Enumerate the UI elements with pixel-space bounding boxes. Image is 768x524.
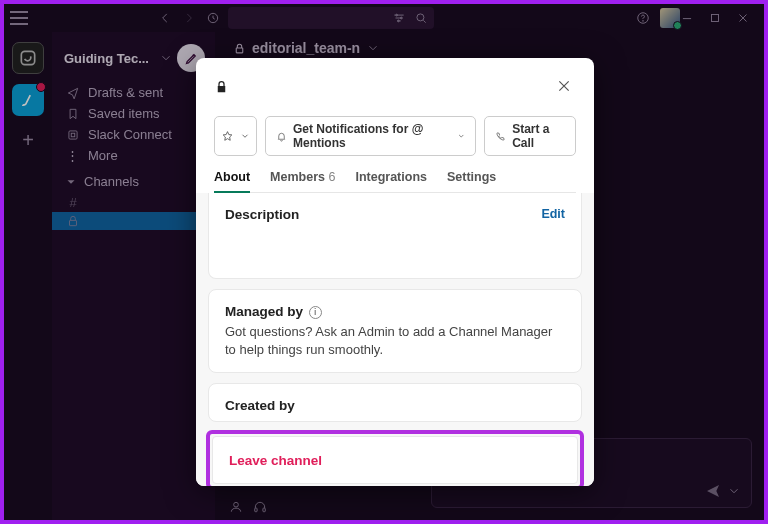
tab-count: 6 (328, 170, 335, 184)
notifications-button[interactable]: Get Notifications for @ Mentions (265, 116, 476, 156)
leave-channel-card[interactable]: Leave channel (212, 436, 578, 484)
created-by-card: Created by (208, 383, 582, 422)
lock-icon (214, 79, 229, 98)
tab-about[interactable]: About (214, 170, 250, 192)
phone-icon (495, 130, 506, 143)
description-card: Edit Description (208, 193, 582, 279)
card-title: Managed by i (225, 304, 565, 319)
close-button[interactable] (552, 74, 576, 102)
info-icon[interactable]: i (309, 306, 322, 319)
managed-by-card: Managed by i Got questions? Ask an Admin… (208, 289, 582, 373)
button-label: Get Notifications for @ Mentions (293, 122, 451, 150)
tab-label: Settings (447, 170, 496, 184)
start-call-button[interactable]: Start a Call (484, 116, 576, 156)
card-title: Created by (225, 398, 565, 413)
leave-channel-label: Leave channel (229, 453, 322, 468)
edit-description-link[interactable]: Edit (541, 207, 565, 221)
tab-label: About (214, 170, 250, 184)
tab-settings[interactable]: Settings (447, 170, 496, 192)
card-title: Description (225, 207, 565, 222)
channel-details-modal: Get Notifications for @ Mentions Start a… (196, 58, 594, 486)
tab-label: Members (270, 170, 325, 184)
modal-tabs: About Members 6 Integrations Settings (214, 170, 576, 193)
leave-channel-highlight: Leave channel (206, 430, 584, 486)
chevron-down-icon (457, 131, 465, 141)
button-label: Start a Call (512, 122, 565, 150)
star-icon (221, 130, 234, 143)
tab-members[interactable]: Members 6 (270, 170, 335, 192)
chevron-down-icon (240, 131, 250, 141)
tab-integrations[interactable]: Integrations (355, 170, 427, 192)
bell-icon (276, 130, 287, 143)
card-body: Got questions? Ask an Admin to add a Cha… (225, 323, 565, 358)
tab-label: Integrations (355, 170, 427, 184)
star-button[interactable] (214, 116, 257, 156)
